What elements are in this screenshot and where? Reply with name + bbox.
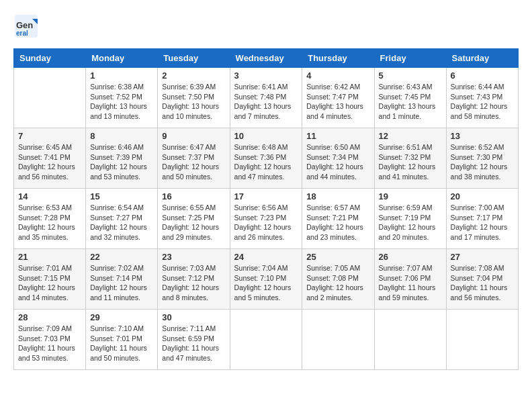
day-info: Sunset: 6:59 PM	[162, 334, 225, 344]
day-info: Sunset: 7:14 PM	[90, 273, 153, 283]
day-info: and 41 minutes.	[379, 172, 442, 182]
day-info: Sunset: 7:37 PM	[162, 152, 225, 163]
calendar-header-row: SundayMondayTuesdayWednesdayThursdayFrid…	[14, 49, 519, 68]
day-info: Daylight: 12 hours	[451, 222, 514, 232]
calendar-cell: 17Sunrise: 6:56 AMSunset: 7:23 PMDayligh…	[230, 189, 302, 249]
day-number: 5	[379, 71, 442, 81]
day-info: Sunset: 7:32 PM	[379, 152, 442, 163]
day-info: Daylight: 11 hours	[162, 343, 225, 353]
day-info: Sunset: 7:41 PM	[18, 152, 81, 163]
calendar-cell: 9Sunrise: 6:47 AMSunset: 7:37 PMDaylight…	[158, 128, 230, 189]
day-number: 16	[162, 191, 225, 201]
day-info: Sunrise: 6:54 AM	[90, 203, 153, 213]
calendar-cell: 5Sunrise: 6:43 AMSunset: 7:45 PMDaylight…	[374, 68, 446, 128]
calendar-cell: 13Sunrise: 6:52 AMSunset: 7:30 PMDayligh…	[446, 128, 518, 189]
day-info: Sunrise: 6:42 AM	[306, 82, 369, 92]
calendar-cell: 3Sunrise: 6:41 AMSunset: 7:48 PMDaylight…	[230, 68, 302, 128]
day-info: Sunset: 7:25 PM	[162, 213, 225, 223]
day-info: Sunrise: 6:53 AM	[18, 203, 81, 213]
day-info: Sunrise: 6:51 AM	[379, 142, 442, 152]
day-info: and 32 minutes.	[90, 232, 153, 242]
day-info: Sunset: 7:45 PM	[379, 92, 442, 102]
day-info: Daylight: 13 hours	[90, 101, 153, 111]
day-number: 14	[18, 191, 81, 201]
day-info: Sunrise: 6:43 AM	[379, 82, 442, 92]
day-info: Sunset: 7:27 PM	[90, 213, 153, 223]
svg-text:Gen: Gen	[16, 20, 33, 30]
day-info: and 56 minutes.	[18, 172, 81, 182]
day-info: Daylight: 12 hours	[90, 222, 153, 232]
day-info: Sunrise: 6:48 AM	[234, 142, 298, 152]
day-info: and 4 minutes.	[306, 111, 369, 122]
day-info: Daylight: 12 hours	[379, 162, 442, 172]
day-info: Sunrise: 6:57 AM	[306, 203, 369, 213]
day-info: and 14 minutes.	[18, 293, 81, 303]
day-info: Daylight: 12 hours	[162, 283, 225, 293]
svg-text:eral: eral	[16, 30, 28, 37]
calendar-week-row: 21Sunrise: 7:01 AMSunset: 7:15 PMDayligh…	[14, 249, 519, 310]
day-info: Daylight: 12 hours	[306, 162, 369, 172]
calendar-cell: 7Sunrise: 6:45 AMSunset: 7:41 PMDaylight…	[14, 128, 86, 189]
calendar-cell: 25Sunrise: 7:05 AMSunset: 7:08 PMDayligh…	[302, 249, 374, 310]
day-info: Daylight: 13 hours	[162, 101, 225, 111]
calendar-cell: 16Sunrise: 6:55 AMSunset: 7:25 PMDayligh…	[158, 189, 230, 249]
day-number: 6	[451, 71, 514, 81]
day-info: Daylight: 12 hours	[306, 283, 369, 293]
day-info: Sunrise: 6:38 AM	[90, 82, 153, 92]
day-info: Daylight: 12 hours	[234, 162, 298, 172]
day-info: Daylight: 12 hours	[451, 162, 514, 172]
day-info: Daylight: 11 hours	[451, 283, 514, 293]
day-info: Daylight: 12 hours	[18, 162, 81, 172]
calendar-cell	[374, 310, 446, 370]
day-info: Sunset: 7:08 PM	[306, 273, 369, 283]
day-info: Daylight: 13 hours	[306, 101, 369, 111]
day-number: 9	[162, 131, 225, 141]
day-info: Sunset: 7:17 PM	[451, 213, 514, 223]
calendar-week-row: 28Sunrise: 7:09 AMSunset: 7:03 PMDayligh…	[14, 310, 519, 370]
day-number: 17	[234, 191, 298, 201]
day-info: Daylight: 12 hours	[18, 222, 81, 232]
logo-icon: Gen eral	[13, 13, 39, 39]
day-info: Sunset: 7:23 PM	[234, 213, 298, 223]
day-info: and 29 minutes.	[162, 232, 225, 242]
day-info: Daylight: 11 hours	[18, 343, 81, 353]
day-number: 23	[162, 252, 225, 262]
day-info: Sunset: 7:04 PM	[451, 273, 514, 283]
day-info: and 8 minutes.	[162, 293, 225, 303]
day-info: and 47 minutes.	[162, 353, 225, 363]
day-info: Daylight: 11 hours	[379, 283, 442, 293]
calendar-cell	[446, 310, 518, 370]
day-info: and 10 minutes.	[162, 111, 225, 122]
day-info: and 23 minutes.	[306, 232, 369, 242]
day-info: Daylight: 12 hours	[234, 222, 298, 232]
calendar-cell: 11Sunrise: 6:50 AMSunset: 7:34 PMDayligh…	[302, 128, 374, 189]
calendar-cell: 12Sunrise: 6:51 AMSunset: 7:32 PMDayligh…	[374, 128, 446, 189]
day-info: Sunrise: 7:02 AM	[90, 263, 153, 273]
day-info: Daylight: 13 hours	[234, 101, 298, 111]
day-info: and 58 minutes.	[451, 111, 514, 122]
day-number: 28	[18, 312, 81, 322]
day-info: Daylight: 12 hours	[451, 101, 514, 111]
calendar-week-row: 1Sunrise: 6:38 AMSunset: 7:52 PMDaylight…	[14, 68, 519, 128]
day-info: Daylight: 12 hours	[162, 222, 225, 232]
day-info: Sunset: 7:47 PM	[306, 92, 369, 102]
logo: Gen eral	[13, 13, 42, 42]
day-info: Sunrise: 7:07 AM	[379, 263, 442, 273]
day-info: Sunset: 7:01 PM	[90, 334, 153, 344]
day-info: Sunrise: 7:05 AM	[306, 263, 369, 273]
day-info: and 53 minutes.	[18, 353, 81, 363]
calendar-cell: 21Sunrise: 7:01 AMSunset: 7:15 PMDayligh…	[14, 249, 86, 310]
calendar-cell: 4Sunrise: 6:42 AMSunset: 7:47 PMDaylight…	[302, 68, 374, 128]
day-info: Sunset: 7:43 PM	[451, 92, 514, 102]
calendar-cell: 22Sunrise: 7:02 AMSunset: 7:14 PMDayligh…	[86, 249, 158, 310]
day-info: Sunset: 7:21 PM	[306, 213, 369, 223]
calendar-week-row: 14Sunrise: 6:53 AMSunset: 7:28 PMDayligh…	[14, 189, 519, 249]
day-info: Sunrise: 7:01 AM	[18, 263, 81, 273]
day-info: and 35 minutes.	[18, 232, 81, 242]
day-info: Sunset: 7:12 PM	[162, 273, 225, 283]
calendar-cell: 20Sunrise: 7:00 AMSunset: 7:17 PMDayligh…	[446, 189, 518, 249]
day-number: 13	[451, 131, 514, 141]
day-number: 8	[90, 131, 153, 141]
page-header: Gen eral	[13, 13, 519, 42]
day-of-week-header: Monday	[86, 49, 158, 68]
